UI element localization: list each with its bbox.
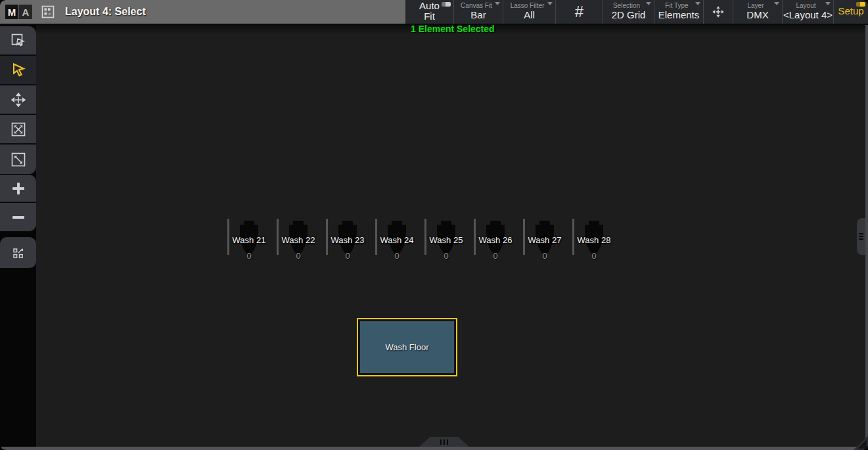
fixture-name: Wash 23 [321, 235, 375, 245]
fixture-element[interactable]: Wash 27 0 [523, 219, 566, 261]
fixture-element[interactable]: Wash 22 0 [277, 219, 320, 261]
auto-fit-label: Auto Fit [415, 1, 444, 24]
fixture-element[interactable]: Wash 21 0 [227, 219, 271, 261]
layout-value: <Layout 4> [783, 10, 833, 22]
chevron-down-icon [646, 2, 651, 5]
fit-view-tool-button[interactable] [0, 115, 36, 145]
fixture-value: 0 [474, 251, 517, 261]
plus-icon [10, 180, 27, 197]
chevron-down-icon [774, 2, 779, 5]
arrange-tool-button[interactable] [0, 237, 36, 268]
tool-group-zoom [0, 175, 36, 231]
layout-canvas[interactable]: Wash 21 0 Wash 22 0 Wash 23 0 [36, 25, 865, 447]
box-select-tool-button[interactable] [0, 26, 36, 56]
pointer-tool-button[interactable] [0, 56, 36, 85]
fit-type-dropdown[interactable]: Fit Type Elements [654, 0, 703, 24]
arrange-elements-icon [11, 245, 26, 261]
fixture-value: 0 [326, 251, 369, 261]
setup-button[interactable]: Setup [833, 0, 868, 24]
wash-floor-label: Wash Floor [386, 342, 429, 352]
fixture-element[interactable]: Wash 24 0 [375, 219, 419, 261]
chevron-down-icon [547, 2, 553, 5]
resize-diagonal-icon [10, 151, 27, 168]
wash-floor-fill: Wash Floor [360, 321, 454, 373]
ma-logo-m: M [5, 5, 18, 19]
canvas-fit-mode-value: Bar [470, 10, 486, 22]
layer-label: Layer [746, 1, 769, 9]
tool-group-select [0, 26, 36, 174]
titlebar[interactable]: M A Layout 4: Select [0, 0, 405, 24]
wash-floor-element-selected[interactable]: Wash Floor [357, 318, 457, 376]
toggle-state-icon [442, 2, 451, 7]
fixture-name: Wash 28 [567, 235, 621, 245]
fixture-value: 0 [523, 251, 566, 261]
tool-group-arrange [0, 237, 36, 268]
fixture-name: Wash 22 [271, 235, 325, 245]
layout-label: Layout [794, 1, 821, 9]
grid-hash-icon: # [575, 4, 583, 20]
selection-status-text: 1 Element Selected [411, 24, 495, 34]
tool-sidebar [0, 25, 36, 450]
chevron-down-icon [825, 2, 831, 5]
header: M A Layout 4: Select Auto Fit Canvas Fit… [0, 0, 868, 25]
lasso-filter-dropdown[interactable]: Lasso Filter All [503, 0, 555, 24]
window-frame-right [865, 25, 868, 450]
fixture-element[interactable]: Wash 28 0 [572, 219, 616, 261]
fixture-value: 0 [375, 251, 419, 261]
window-frame-bottom [0, 447, 868, 450]
fixture-name: Wash 26 [468, 235, 522, 245]
fixture-value: 0 [424, 251, 468, 261]
pointer-icon [10, 62, 27, 79]
lasso-filter-label: Lasso Filter [509, 1, 550, 9]
fit-view-icon [10, 121, 27, 138]
ma-logo: M A [5, 5, 32, 19]
lasso-filter-value: All [524, 10, 535, 22]
selection-mode-value: 2D Grid [612, 10, 646, 22]
grid-snap-button[interactable]: # [555, 0, 603, 24]
page-title: Layout 4: Select [65, 6, 146, 18]
fixture-value: 0 [227, 251, 271, 261]
window-layout-icon[interactable] [41, 5, 55, 18]
fixture-name: Wash 27 [518, 235, 572, 245]
fixture-value: 0 [277, 251, 320, 261]
resize-grip[interactable] [852, 434, 868, 450]
fixture-element[interactable]: Wash 25 0 [424, 219, 468, 261]
layout-dropdown[interactable]: Layout <Layout 4> [782, 0, 833, 24]
right-flyout-handle[interactable] [857, 218, 865, 255]
layer-value: DMX [746, 10, 768, 22]
fit-type-value: Elements [658, 10, 700, 22]
layer-dropdown[interactable]: Layer DMX [733, 0, 782, 24]
auto-fit-button[interactable]: Auto Fit [405, 0, 453, 24]
pan-move-button[interactable] [703, 0, 733, 24]
chevron-down-icon [695, 2, 700, 5]
fixture-name: Wash 25 [419, 235, 473, 245]
selection-mode-dropdown[interactable]: Selection Mod 2D Grid [603, 0, 654, 24]
fixture-element[interactable]: Wash 26 0 [474, 219, 517, 261]
chevron-down-icon [495, 2, 500, 5]
toggle-state-icon [856, 2, 865, 7]
minus-icon [10, 209, 27, 226]
fixture-name: Wash 21 [222, 235, 276, 245]
zoom-out-button[interactable] [0, 203, 36, 231]
setup-label: Setup [838, 6, 863, 18]
zoom-in-button[interactable] [0, 175, 36, 203]
resize-tool-button[interactable] [0, 145, 36, 174]
move-icon [11, 92, 26, 108]
box-select-icon [10, 32, 27, 49]
fixture-name: Wash 24 [370, 235, 424, 245]
move-tool-button[interactable] [0, 85, 36, 115]
layout-window: M A Layout 4: Select Auto Fit Canvas Fit… [0, 0, 868, 450]
fixture-value: 0 [572, 251, 616, 261]
move-arrows-icon [712, 5, 725, 18]
toolbar: Auto Fit Canvas Fit Mode Bar Lasso Filte… [405, 0, 868, 24]
ma-logo-a: A [19, 5, 32, 19]
fixture-element[interactable]: Wash 23 0 [326, 219, 369, 261]
canvas-fit-mode-dropdown[interactable]: Canvas Fit Mode Bar [453, 0, 503, 24]
fit-type-label: Fit Type [664, 1, 693, 9]
